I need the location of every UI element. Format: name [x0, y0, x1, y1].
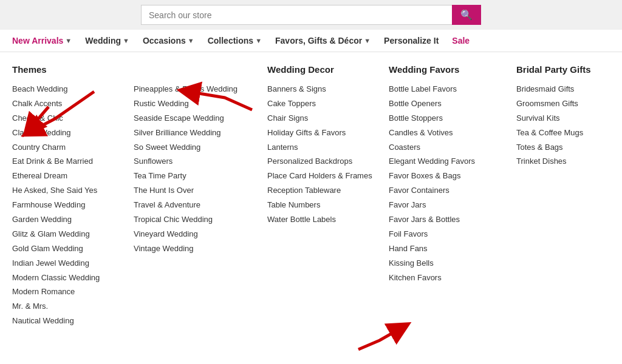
chevron-down-icon: ▼ [65, 37, 72, 44]
menu-link[interactable]: Holiday Gifts & Favors [267, 128, 377, 138]
menu-link[interactable]: Silver Brilliance Wedding [134, 128, 255, 138]
chevron-down-icon: ▼ [123, 37, 129, 44]
search-bar: 🔍 [0, 0, 622, 30]
nav-sale[interactable]: Sale [452, 36, 470, 46]
menu-link[interactable]: Favor Jars [389, 200, 504, 211]
menu-link[interactable]: Banners & Signs [267, 84, 377, 95]
menu-link[interactable]: Foil Favors [389, 229, 504, 240]
nav-collections[interactable]: Collections ▼ [208, 36, 262, 46]
menu-link[interactable]: Garden Wedding [12, 215, 121, 225]
menu-link[interactable]: So Sweet Wedding [134, 143, 255, 153]
menu-link[interactable]: Table Numbers [267, 200, 377, 211]
menu-link[interactable]: Chalk Accents [12, 99, 121, 109]
menu-link[interactable]: Chair Signs [267, 113, 377, 124]
menu-link[interactable]: Ethereal Dream [12, 171, 121, 181]
menu-link[interactable]: Eat Drink & Be Married [12, 157, 121, 167]
menu-col-themes2: Pineapples & Palms Wedding Rustic Weddin… [134, 64, 267, 331]
menu-link[interactable]: Totes & Bags [516, 143, 622, 153]
chevron-down-icon: ▼ [188, 37, 194, 44]
menu-col-decor: Wedding Decor Banners & Signs Cake Toppe… [267, 64, 389, 331]
nav-new-arrivals[interactable]: New Arrivals ▼ [12, 36, 72, 46]
menu-link[interactable]: Farmhouse Wedding [12, 200, 121, 211]
menu-link[interactable]: Nautical Wedding [12, 316, 121, 326]
menu-link[interactable]: Rustic Wedding [134, 99, 255, 109]
menu-link[interactable]: Glitz & Glam Wedding [12, 229, 121, 240]
nav-wedding[interactable]: Wedding ▼ [85, 36, 129, 46]
menu-col-themes: Themes Beach Wedding Chalk Accents Cheer… [12, 64, 134, 331]
nav-favors[interactable]: Favors, Gifts & Décor ▼ [275, 36, 371, 46]
col-header-themes: Themes [12, 64, 121, 77]
menu-link[interactable]: Bridesmaid Gifts [516, 84, 622, 95]
menu-link[interactable]: Favor Containers [389, 186, 504, 196]
menu-link[interactable]: Vineyard Wedding [134, 229, 255, 240]
menu-link[interactable]: The Hunt Is Over [134, 186, 255, 196]
col-header-favors: Wedding Favors [389, 64, 504, 77]
menu-link[interactable]: Cheery & Chic [12, 113, 121, 124]
menu-link[interactable]: Tropical Chic Wedding [134, 215, 255, 225]
nav-personalize[interactable]: Personalize It [384, 36, 439, 46]
menu-link[interactable]: Kissing Bells [389, 258, 504, 269]
menu-link[interactable]: Pineapples & Palms Wedding [134, 84, 255, 95]
menu-link[interactable]: Classic Wedding [12, 128, 121, 138]
chevron-down-icon: ▼ [364, 37, 371, 44]
menu-link[interactable]: Modern Romance [12, 287, 121, 297]
menu-link[interactable]: Lanterns [267, 143, 377, 153]
menu-link[interactable]: Tea Time Party [134, 171, 255, 181]
menu-link[interactable]: Bottle Label Favors [389, 84, 504, 95]
menu-link[interactable]: He Asked, She Said Yes [12, 186, 121, 196]
menu-link[interactable]: Mr. & Mrs. [12, 302, 121, 312]
menu-link[interactable]: Vintage Wedding [134, 244, 255, 254]
search-wrap: 🔍 [141, 5, 481, 25]
search-input[interactable] [141, 5, 452, 25]
menu-link[interactable]: Candles & Votives [389, 128, 504, 138]
col-header-decor: Wedding Decor [267, 64, 377, 77]
menu-link[interactable]: Indian Jewel Wedding [12, 258, 121, 269]
col-header-bridal: Bridal Party Gifts [516, 64, 622, 77]
nav-occasions[interactable]: Occasions ▼ [143, 36, 194, 46]
search-button[interactable]: 🔍 [452, 5, 481, 25]
mega-menu: Themes Beach Wedding Chalk Accents Cheer… [0, 52, 622, 343]
menu-link[interactable]: Water Bottle Labels [267, 215, 377, 225]
menu-link[interactable]: Gold Glam Wedding [12, 244, 121, 254]
menu-link[interactable]: Bottle Openers [389, 99, 504, 109]
menu-link[interactable]: Kitchen Favors [389, 273, 504, 283]
menu-link[interactable]: Country Charm [12, 143, 121, 153]
menu-link[interactable]: Seaside Escape Wedding [134, 113, 255, 124]
menu-col-bridal: Bridal Party Gifts Bridesmaid Gifts Groo… [516, 64, 622, 331]
menu-link[interactable]: Travel & Adventure [134, 200, 255, 211]
menu-link[interactable]: Hand Fans [389, 244, 504, 254]
menu-link[interactable]: Elegant Wedding Favors [389, 157, 504, 167]
menu-link[interactable]: Groomsmen Gifts [516, 99, 622, 109]
menu-link[interactable]: Place Card Holders & Frames [267, 171, 377, 181]
chevron-down-icon: ▼ [255, 37, 262, 44]
menu-link[interactable]: Favor Boxes & Bags [389, 171, 504, 181]
menu-link[interactable]: Coasters [389, 143, 504, 153]
menu-link[interactable]: Modern Classic Wedding [12, 273, 121, 283]
menu-link[interactable]: Survival Kits [516, 113, 622, 124]
menu-link[interactable]: Reception Tableware [267, 186, 377, 196]
menu-link[interactable]: Personalized Backdrops [267, 157, 377, 167]
menu-link[interactable]: Sunflowers [134, 157, 255, 167]
menu-link[interactable]: Tea & Coffee Mugs [516, 128, 622, 138]
menu-link[interactable]: Favor Jars & Bottles [389, 215, 504, 225]
menu-link[interactable]: Beach Wedding [12, 84, 121, 95]
menu-link[interactable]: Bottle Stoppers [389, 113, 504, 124]
menu-col-favors: Wedding Favors Bottle Label Favors Bottl… [389, 64, 516, 331]
nav-bar: New Arrivals ▼ Wedding ▼ Occasions ▼ Col… [0, 30, 622, 52]
menu-link[interactable]: Trinket Dishes [516, 157, 622, 167]
menu-link[interactable]: Cake Toppers [267, 99, 377, 109]
col-header-themes2 [134, 64, 255, 77]
